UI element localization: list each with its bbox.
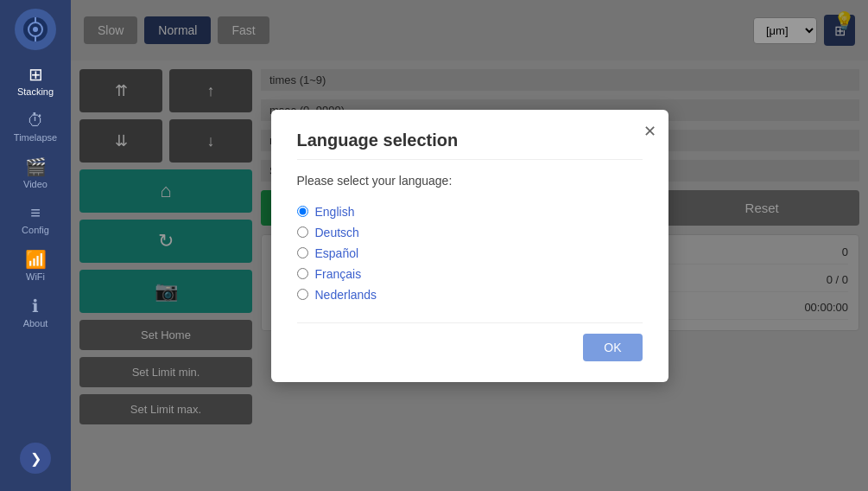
chevron-right-icon: ❯ bbox=[30, 450, 41, 467]
sidebar-item-stacking-label: Stacking bbox=[17, 86, 54, 97]
lang-english[interactable]: English bbox=[297, 201, 643, 222]
sidebar: ⊞ Stacking ⏱ Timelapse 🎬 Video ≡ Config … bbox=[0, 0, 71, 491]
lang-deutsch[interactable]: Deutsch bbox=[297, 222, 643, 243]
lang-espanol-label: Español bbox=[315, 246, 359, 260]
lang-nederlands[interactable]: Nederlands bbox=[297, 284, 643, 305]
sidebar-item-config[interactable]: ≡ Config bbox=[0, 196, 71, 242]
language-selection-modal: Language selection ✕ Please select your … bbox=[271, 110, 668, 382]
lang-francais-label: Français bbox=[315, 267, 362, 281]
sidebar-item-config-label: Config bbox=[22, 225, 49, 235]
modal-subtitle: Please select your language: bbox=[297, 174, 643, 188]
sidebar-chevron-button[interactable]: ❯ bbox=[20, 443, 51, 474]
modal-overlay: Language selection ✕ Please select your … bbox=[71, 0, 868, 491]
video-icon: 🎬 bbox=[25, 156, 47, 177]
lang-nederlands-radio[interactable] bbox=[297, 289, 308, 300]
app-logo bbox=[15, 9, 56, 50]
sidebar-item-timelapse-label: Timelapse bbox=[14, 132, 57, 143]
stacking-icon: ⊞ bbox=[29, 64, 43, 85]
wifi-icon: 📶 bbox=[25, 249, 47, 270]
modal-footer: OK bbox=[297, 322, 643, 361]
sidebar-item-about-label: About bbox=[23, 318, 48, 328]
svg-point-2 bbox=[33, 27, 38, 32]
lang-deutsch-radio[interactable] bbox=[297, 226, 308, 238]
sidebar-item-wifi[interactable]: 📶 WiFi bbox=[0, 242, 71, 289]
lang-nederlands-label: Nederlands bbox=[315, 288, 377, 302]
about-icon: ℹ bbox=[32, 296, 39, 316]
lang-english-radio[interactable] bbox=[297, 206, 308, 217]
sidebar-item-video[interactable]: 🎬 Video bbox=[0, 150, 71, 196]
logo-icon bbox=[22, 16, 49, 43]
ok-button[interactable]: OK bbox=[583, 334, 642, 361]
main-content: Slow Normal Fast [μm] [mm] [inch] ⊞ 💡 ⇈ … bbox=[71, 0, 868, 491]
lang-espanol[interactable]: Español bbox=[297, 243, 643, 264]
modal-close-button[interactable]: ✕ bbox=[643, 122, 656, 141]
sidebar-item-wifi-label: WiFi bbox=[26, 271, 45, 282]
sidebar-item-timelapse[interactable]: ⏱ Timelapse bbox=[0, 104, 71, 150]
sidebar-item-about[interactable]: ℹ About bbox=[0, 289, 71, 335]
sidebar-item-stacking[interactable]: ⊞ Stacking bbox=[0, 57, 71, 104]
lang-francais[interactable]: Français bbox=[297, 264, 643, 284]
config-icon: ≡ bbox=[30, 203, 41, 223]
lang-english-label: English bbox=[315, 205, 355, 219]
lang-francais-radio[interactable] bbox=[297, 268, 308, 279]
sidebar-item-video-label: Video bbox=[23, 179, 48, 189]
timelapse-icon: ⏱ bbox=[27, 111, 44, 131]
language-options: English Deutsch Español Français Nederla… bbox=[297, 201, 643, 305]
lang-deutsch-label: Deutsch bbox=[315, 226, 359, 239]
lang-espanol-radio[interactable] bbox=[297, 247, 308, 258]
modal-title: Language selection bbox=[297, 131, 643, 160]
